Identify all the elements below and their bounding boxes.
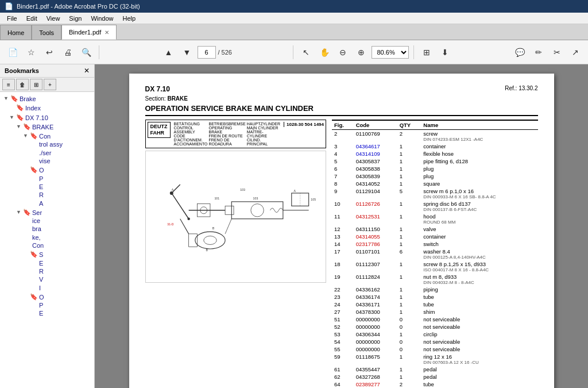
sidebar-tool-delete[interactable]: 🗑 <box>16 79 29 90</box>
cell-fig: 10 <box>332 200 354 213</box>
sidebar-content[interactable]: ▼ 🔖 Brake 🔖 Index ▼ 🔖 DX 7.10 ▼ 🔖 BRAKE <box>0 92 94 388</box>
table-row: 53 04306344 1 circlip <box>332 331 538 338</box>
tool-create-button[interactable]: 📄 <box>5 44 21 60</box>
cell-name: hoodROUND 68 MM <box>421 213 537 225</box>
cell-qty: 1 <box>397 157 421 165</box>
cell-qty: 6 <box>397 248 421 260</box>
bookmark-brake[interactable]: ▼ 🔖 Brake <box>2 94 92 103</box>
nav-down-button[interactable]: ▼ <box>179 44 195 60</box>
cell-fig: 6 <box>332 165 354 172</box>
cell-code: 00000000 <box>354 338 397 345</box>
tab-close-icon[interactable]: ✕ <box>105 29 109 36</box>
cell-name: container <box>421 233 537 240</box>
nav-up-button[interactable]: ▲ <box>161 44 177 60</box>
cell-name: not serviceable <box>421 316 537 323</box>
cell-name: container <box>421 143 537 150</box>
sidebar-close-button[interactable]: ✕ <box>84 67 90 75</box>
bookmark-service-brake[interactable]: ▼ 🔖 Sericebrake,Con <box>2 208 92 250</box>
svg-point-19 <box>203 236 216 245</box>
svg-point-2 <box>250 204 263 217</box>
sidebar-header: Bookmarks ✕ <box>0 64 94 78</box>
sidebar-tool-expand[interactable]: ⊞ <box>30 79 42 90</box>
svg-text:B: B <box>206 248 208 252</box>
zoom-out-button[interactable]: ⊖ <box>335 44 351 60</box>
draw-button[interactable]: ✏ <box>531 44 547 60</box>
table-row: 8 04314052 1 square <box>332 180 538 187</box>
table-row: 6 04305838 1 plug <box>332 165 538 172</box>
sidebar-tool-new[interactable]: + <box>44 79 56 90</box>
svg-text:B: B <box>212 226 214 230</box>
cell-name: washer 8.4DIN 000125-A 8,4-140HV-A4C <box>421 248 537 260</box>
bookmark-icon-dx710: 🔖 <box>16 114 24 121</box>
select-tool-button[interactable]: ↖ <box>298 44 314 60</box>
bookmark-label-dx710: DX 7.10 <box>25 114 48 122</box>
svg-text:101: 101 <box>214 197 219 200</box>
pdf-page: DX 7.10 Ref.: 13.30.2 Section: BRAKE OPE… <box>129 74 554 388</box>
sidebar: Bookmarks ✕ ≡ 🗑 ⊞ + ▼ 🔖 Brake 🔖 Index ▼ <box>0 64 95 388</box>
cell-code: 04305837 <box>354 157 397 165</box>
menu-help[interactable]: Help <box>118 14 141 23</box>
cell-fig: 2 <box>332 130 354 143</box>
cell-qty: 1 <box>397 373 421 381</box>
tool-print-button[interactable]: 🖨 <box>60 44 76 60</box>
cell-fig: 61 <box>332 366 354 373</box>
table-row: 52 00000000 0 not serviceable <box>332 323 538 331</box>
menu-window[interactable]: Window <box>86 14 118 23</box>
cell-name: square <box>421 180 537 187</box>
pdf-area[interactable]: DX 7.10 Ref.: 13.30.2 Section: BRAKE OPE… <box>95 64 588 388</box>
bookmark-icon-opera: 🔖 <box>30 166 38 174</box>
cell-code: 04314052 <box>354 180 397 187</box>
bookmark-servi[interactable]: 🔖 SERVI <box>2 250 92 292</box>
tab-bar: Home Tools Binder1.pdf ✕ <box>0 24 588 40</box>
bookmark-control-assy[interactable]: ▼ 🔖 Control assy./servise <box>2 132 92 166</box>
zoom-in-button[interactable]: ⊕ <box>353 44 369 60</box>
svg-text:103: 103 <box>240 188 245 191</box>
cell-fig: 51 <box>332 316 354 323</box>
label-col-3: HAUPTZYLINDERMAIN CYLINDERMAÎTRE-CYLINDR… <box>247 122 280 146</box>
cell-qty: 0 <box>397 345 421 353</box>
bookmark-opera[interactable]: 🔖 OPERA <box>2 166 92 208</box>
zoom-select[interactable]: 80.6% 50% 75% 100% 125% 150% <box>372 46 409 59</box>
cell-code: 01129104 <box>354 187 397 200</box>
tab-binder[interactable]: Binder1.pdf ✕ <box>61 25 117 40</box>
svg-point-8 <box>187 217 189 220</box>
svg-line-21 <box>180 219 188 234</box>
bookmark-brake-sub[interactable]: ▼ 🔖 BRAKE <box>2 122 92 132</box>
cell-name: pedal <box>421 366 537 373</box>
tab-tools[interactable]: Tools <box>32 25 61 40</box>
cell-name: piping <box>421 286 537 293</box>
tool-search-button[interactable]: 🔍 <box>78 44 94 60</box>
cell-fig: 3 <box>332 143 354 150</box>
download-button[interactable]: ⬇ <box>437 44 453 60</box>
tool-back-button[interactable]: ↩ <box>41 44 57 60</box>
share-button[interactable]: ↗ <box>567 44 583 60</box>
cell-qty: 1 <box>397 172 421 180</box>
bookmark-ope[interactable]: 🔖 OPE <box>2 293 92 318</box>
menu-file[interactable]: File <box>2 14 22 23</box>
menu-sign[interactable]: Sign <box>64 14 86 23</box>
comment-button[interactable]: 💬 <box>512 44 528 60</box>
cell-qty: 1 <box>397 273 421 286</box>
cell-qty: 1 <box>397 150 421 157</box>
cell-name: flexible hose <box>421 150 537 157</box>
table-row: 2 01100769 2 screwDIN 074233-ESM 12X1 -A… <box>332 130 538 143</box>
svg-rect-0 <box>231 202 283 219</box>
cell-name: not serviceable <box>421 338 537 345</box>
menu-edit[interactable]: Edit <box>22 14 42 23</box>
bookmark-index[interactable]: 🔖 Index <box>2 103 92 113</box>
page-number-input[interactable] <box>198 46 216 59</box>
tool-bookmark-button[interactable]: ☆ <box>23 44 39 60</box>
redact-button[interactable]: ✂ <box>549 44 565 60</box>
bookmark-dx710[interactable]: ▼ 🔖 DX 7.10 <box>2 113 92 122</box>
expand-icon-service-brake: ▼ <box>16 209 22 215</box>
cell-name: valve <box>421 225 537 233</box>
svg-text:A: A <box>293 189 296 193</box>
cell-code: 04336174 <box>354 293 397 301</box>
tab-binder-label: Binder1.pdf <box>69 29 101 36</box>
menu-view[interactable]: View <box>42 14 65 23</box>
cell-fig: 59 <box>332 353 354 366</box>
hand-tool-button[interactable]: ✋ <box>316 44 332 60</box>
tab-home[interactable]: Home <box>0 25 32 40</box>
sidebar-tool-options[interactable]: ≡ <box>2 79 15 90</box>
view-mode-button[interactable]: ⊞ <box>419 44 435 60</box>
